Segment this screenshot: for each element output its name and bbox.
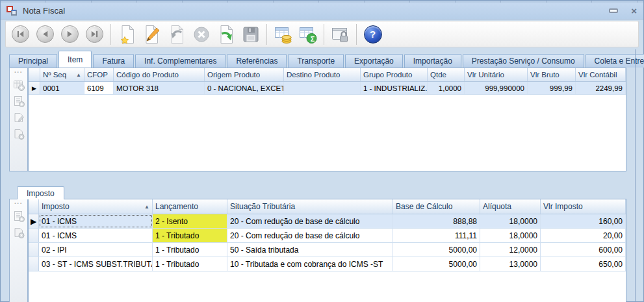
cell-vlr-imposto[interactable]: 160,00 xyxy=(541,214,626,228)
col-header-vlr-contabil[interactable]: Vlr Contábil xyxy=(576,68,626,81)
tab-prestacao-servico-consumo[interactable]: Prestação Serviço / Consumo xyxy=(463,54,584,68)
col-header-qtde[interactable]: Qtde xyxy=(428,68,465,81)
row-indicator-header xyxy=(29,68,40,81)
col-header-situacao-tributaria[interactable]: Situação Tributária xyxy=(227,199,393,214)
col-header-lancamento[interactable]: Lançamento xyxy=(153,199,227,214)
cell-lancamento[interactable]: 1 - Tributado xyxy=(153,257,227,271)
edit-row-button[interactable] xyxy=(12,110,26,125)
cell-lancamento-highlighted[interactable]: 1 - Tributado xyxy=(153,229,227,242)
insert-imposto-button[interactable] xyxy=(12,209,26,223)
cell-base-de-calculo[interactable]: 888,88 xyxy=(393,214,480,228)
cell-vlr-imposto[interactable]: 650,00 xyxy=(541,257,626,271)
tab-fatura[interactable]: Fatura xyxy=(93,54,134,68)
item-totals-button[interactable] xyxy=(272,23,294,45)
cancel-record-button[interactable] xyxy=(190,23,213,45)
save-record-button[interactable] xyxy=(239,23,262,45)
delete-row-button[interactable] xyxy=(12,127,26,141)
help-button[interactable]: ? xyxy=(361,23,384,45)
col-header-vlr-imposto[interactable]: Vlr Imposto xyxy=(541,199,626,214)
edit-record-button[interactable] xyxy=(140,23,163,45)
panel-right-border xyxy=(635,49,636,301)
col-header-base-de-calculo[interactable]: Base de Cálculo xyxy=(393,199,480,214)
cell-base-de-calculo[interactable]: 5000,00 xyxy=(393,257,480,271)
col-header-cfop[interactable]: CFOP xyxy=(84,68,114,81)
tab-importacao[interactable]: Importação xyxy=(404,54,461,68)
cell-lancamento-highlighted[interactable]: 2 - Isento xyxy=(153,214,227,228)
cell-cfop[interactable]: 6109 xyxy=(84,82,114,94)
tab-inf-complementares[interactable]: Inf. Complementares xyxy=(135,54,225,68)
cell-aliquota[interactable]: 18,0000 xyxy=(480,229,541,242)
imposto-row[interactable]: 02 - IPI 1 - Tributado 50 - Saída tribut… xyxy=(29,243,626,257)
col-header-no-seq[interactable]: Nº Seq▲ xyxy=(40,68,84,81)
imposto-row[interactable]: 03 - ST - ICMS SUBST.TRIBUTÁRIA 1 - Trib… xyxy=(29,257,626,271)
tab-transporte[interactable]: Transporte xyxy=(288,54,344,68)
cell-vlr-bruto[interactable]: 999,99 xyxy=(528,82,576,94)
cell-situacao-tributaria[interactable]: 10 - Tributada e com cobrança do ICMS -S… xyxy=(227,257,393,271)
cell-lancamento[interactable]: 1 - Tributado xyxy=(153,243,227,257)
grip-handle[interactable]: ··· xyxy=(14,201,23,207)
insert-row-button[interactable] xyxy=(12,94,26,108)
cell-situacao-tributaria[interactable]: 20 - Com redução de base de cálculo xyxy=(227,229,393,242)
cell-imposto[interactable]: 01 - ICMS xyxy=(39,229,153,242)
toolbar-separator xyxy=(324,24,324,45)
item-grid-empty-area xyxy=(29,95,626,171)
col-header-imposto[interactable]: Imposto▲ xyxy=(39,199,153,214)
post-record-button[interactable] xyxy=(214,23,237,45)
col-header-vlr-bruto[interactable]: Vlr Bruto xyxy=(528,68,576,81)
col-header-vlr-unitario[interactable]: Vlr Unitário xyxy=(465,68,528,81)
cell-vlr-imposto[interactable]: 20,00 xyxy=(541,229,626,242)
cell-no-seq[interactable]: 0001 xyxy=(40,82,84,94)
col-header-destino-produto[interactable]: Destino Produto xyxy=(284,68,361,81)
cell-grupo-produto[interactable]: 1 - INDUSTRIALIZ... xyxy=(361,82,428,94)
cell-origem-produto[interactable]: 0 - NACIONAL, EXCET... xyxy=(205,82,284,94)
last-record-button[interactable] xyxy=(83,23,106,45)
cell-imposto[interactable]: 01 - ICMS xyxy=(39,214,153,228)
cell-base-de-calculo[interactable]: 111,11 xyxy=(393,229,480,242)
item-grid: Nº Seq▲ CFOP Código do Produto Origem Pr… xyxy=(28,68,626,171)
delete-imposto-button[interactable] xyxy=(12,225,26,240)
cell-imposto[interactable]: 03 - ST - ICMS SUBST.TRIBUTÁRIA xyxy=(39,257,153,271)
cell-aliquota[interactable]: 12,0000 xyxy=(480,243,541,257)
new-record-button[interactable] xyxy=(116,23,138,45)
grip-handle[interactable]: ··· xyxy=(14,69,23,76)
cell-situacao-tributaria[interactable]: 50 - Saída tributada xyxy=(227,243,393,257)
previous-record-button[interactable] xyxy=(34,23,57,45)
first-record-button[interactable] xyxy=(9,23,32,45)
cell-destino-produto[interactable] xyxy=(284,82,361,94)
imposto-row[interactable]: 01 - ICMS 1 - Tributado 20 - Com redução… xyxy=(29,229,626,243)
tab-imposto[interactable]: Imposto xyxy=(17,186,64,199)
item-row[interactable]: ▶ 0001 6109 MOTOR 318 0 - NACIONAL, EXCE… xyxy=(29,82,626,95)
cell-base-de-calculo[interactable]: 5000,00 xyxy=(393,243,480,257)
cell-aliquota[interactable]: 18,0000 xyxy=(480,214,541,228)
next-record-button[interactable] xyxy=(58,23,81,45)
cell-aliquota[interactable]: 13,0000 xyxy=(480,257,541,271)
tab-referencias[interactable]: Referências xyxy=(227,54,287,68)
col-header-aliquota[interactable]: Alíquota xyxy=(480,199,541,214)
col-header-codigo-produto[interactable]: Código do Produto xyxy=(114,68,205,81)
cell-vlr-imposto[interactable]: 600,00 xyxy=(541,243,626,257)
close-button[interactable]: × xyxy=(631,6,637,16)
sort-ascending-icon: ▲ xyxy=(142,204,149,210)
row-indicator-spacer xyxy=(29,257,39,271)
tab-item[interactable]: Item xyxy=(58,51,92,68)
item-summary-button[interactable]: Σ xyxy=(296,23,319,45)
cell-vlr-unitario[interactable]: 999,990000 xyxy=(465,82,528,94)
tab-principal[interactable]: Principal xyxy=(9,54,57,68)
nota-fiscal-window: Nota Fiscal × Σ ? Principal Item Fatura … xyxy=(0,0,644,302)
imposto-grid-toolbar: ··· xyxy=(9,199,28,302)
col-header-grupo-produto[interactable]: Grupo Produto xyxy=(361,68,428,81)
col-header-origem-produto[interactable]: Origem Produto xyxy=(205,68,284,81)
tab-exportacao[interactable]: Exportação xyxy=(345,54,403,68)
cell-vlr-contabil[interactable]: 2249,99 xyxy=(576,82,626,94)
minimize-button[interactable] xyxy=(609,8,618,13)
cell-codigo-produto[interactable]: MOTOR 318 xyxy=(114,82,205,94)
cell-qtde[interactable]: 1,0000 xyxy=(428,82,465,94)
item-grid-header: Nº Seq▲ CFOP Código do Produto Origem Pr… xyxy=(29,68,626,82)
undo-changes-button[interactable] xyxy=(165,23,188,45)
cell-imposto[interactable]: 02 - IPI xyxy=(39,243,153,257)
cell-situacao-tributaria[interactable]: 20 - Com redução de base de cálculo xyxy=(227,214,393,228)
lock-window-button[interactable] xyxy=(329,23,352,45)
imposto-row[interactable]: ▶ 01 - ICMS 2 - Isento 20 - Com redução … xyxy=(29,214,626,229)
imposto-grid-section: ··· Imposto▲ Lançamento Situação Tributá… xyxy=(9,199,626,302)
append-grid-row-button[interactable] xyxy=(12,78,26,92)
